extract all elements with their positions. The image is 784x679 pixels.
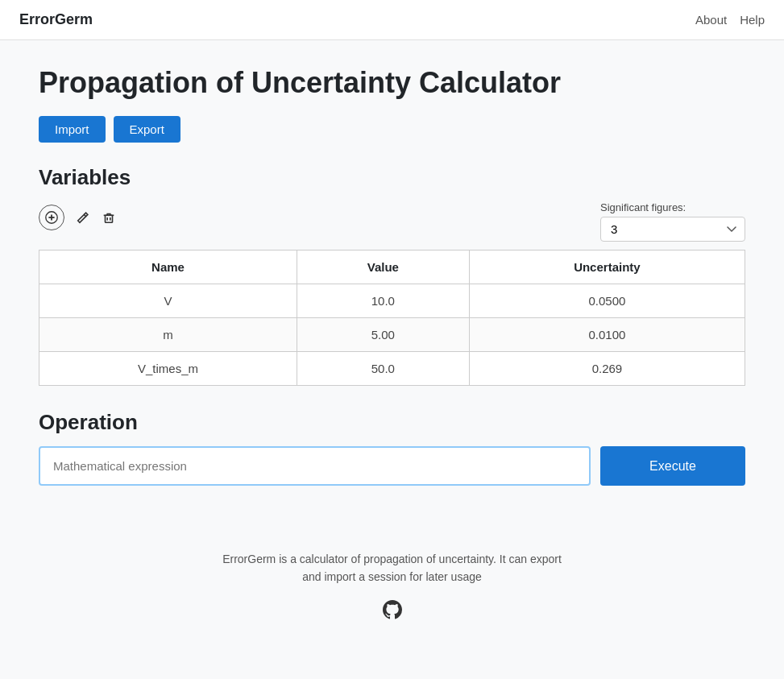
variables-table: Name Value Uncertainty V10.00.0500m5.000… <box>39 250 745 386</box>
edit-variable-button[interactable] <box>76 210 90 225</box>
cell-uncertainty: 0.0500 <box>469 284 745 318</box>
table-row: V_times_m50.00.269 <box>39 352 745 386</box>
nav-about-link[interactable]: About <box>695 13 727 27</box>
nav-links: About Help <box>695 13 765 27</box>
cell-name: V_times_m <box>39 352 297 386</box>
svg-rect-3 <box>106 215 113 222</box>
action-buttons: Import Export <box>39 116 745 143</box>
add-variable-button[interactable] <box>39 205 64 230</box>
github-icon[interactable] <box>39 599 745 627</box>
github-svg <box>383 600 402 619</box>
plus-icon <box>44 210 59 225</box>
cell-value: 50.0 <box>297 352 469 386</box>
variables-heading: Variables <box>39 165 745 190</box>
cell-uncertainty: 0.269 <box>469 352 745 386</box>
navbar: ErrorGerm About Help <box>0 0 784 40</box>
cell-uncertainty: 0.0100 <box>469 318 745 352</box>
cell-name: m <box>39 318 297 352</box>
icon-buttons <box>39 201 116 230</box>
sig-figures-label: Significant figures: <box>600 201 686 213</box>
delete-variable-button[interactable] <box>102 210 116 225</box>
main-content: Propagation of Uncertainty Calculator Im… <box>0 40 784 653</box>
execute-button[interactable]: Execute <box>600 446 745 486</box>
footer-description: ErrorGerm is a calculator of propagation… <box>215 550 570 586</box>
math-expression-input[interactable] <box>39 446 591 486</box>
operation-section: Operation Execute <box>39 410 745 486</box>
edit-icon <box>76 210 90 225</box>
sig-figures-group: Significant figures: 1 2 3 4 5 6 <box>600 201 745 242</box>
cell-value: 5.00 <box>297 318 469 352</box>
sig-figures-select[interactable]: 1 2 3 4 5 6 <box>600 217 745 242</box>
toolbar-row: Significant figures: 1 2 3 4 5 6 <box>39 201 745 242</box>
col-name: Name <box>39 250 297 284</box>
col-value: Value <box>297 250 469 284</box>
col-uncertainty: Uncertainty <box>469 250 745 284</box>
nav-help-link[interactable]: Help <box>740 13 765 27</box>
import-button[interactable]: Import <box>39 116 106 143</box>
trash-icon <box>102 210 116 225</box>
footer-area: ErrorGerm is a calculator of propagation… <box>39 550 745 627</box>
table-row: m5.000.0100 <box>39 318 745 352</box>
variables-section: Variables <box>39 165 745 386</box>
export-button[interactable]: Export <box>114 116 180 143</box>
nav-brand: ErrorGerm <box>19 11 93 28</box>
cell-value: 10.0 <box>297 284 469 318</box>
page-title: Propagation of Uncertainty Calculator <box>39 66 745 100</box>
operation-heading: Operation <box>39 410 745 435</box>
operation-row: Execute <box>39 446 745 486</box>
table-row: V10.00.0500 <box>39 284 745 318</box>
cell-name: V <box>39 284 297 318</box>
